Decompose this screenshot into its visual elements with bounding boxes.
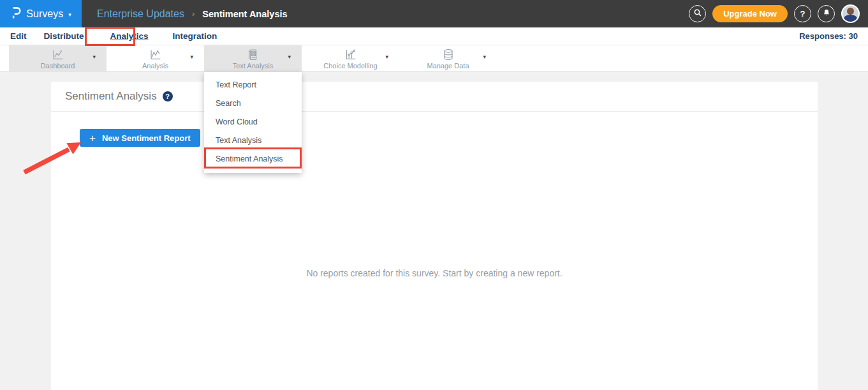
menu-item-text-report[interactable]: Text Report: [204, 75, 302, 94]
search-icon: [693, 8, 702, 19]
avatar-shoulders: [844, 15, 857, 22]
database-icon: [441, 47, 455, 62]
new-sentiment-report-button[interactable]: + New Sentiment Report: [80, 129, 200, 147]
notifications-button[interactable]: [818, 5, 835, 22]
responses-count: Responses: 30: [799, 31, 868, 41]
avatar[interactable]: [841, 4, 860, 23]
chevron-down-icon[interactable]: ▾: [288, 54, 291, 60]
bell-icon: [822, 8, 831, 19]
sentiment-analysis-panel: Sentiment Analysis ? + New Sentiment Rep…: [51, 82, 818, 390]
toolbar-tab-text-analysis[interactable]: ▾ Text Analysis: [204, 45, 302, 72]
text-report-icon: [246, 47, 260, 62]
avatar-head: [847, 8, 854, 15]
chevron-down-icon[interactable]: ▾: [190, 54, 193, 60]
menu-item-sentiment-analysis[interactable]: Sentiment Analysis: [204, 149, 302, 168]
breadcrumb: Enterprise Updates › Sentiment Analysis: [97, 8, 288, 20]
nav-item-edit[interactable]: Edit: [10, 31, 27, 41]
menu-item-word-cloud[interactable]: Word Cloud: [204, 112, 302, 131]
text-analysis-dropdown-menu: Text Report Search Word Cloud Text Analy…: [204, 72, 302, 173]
nav-item-analytics[interactable]: Analytics: [110, 31, 149, 41]
tab-label: Text Analysis: [233, 62, 274, 70]
breadcrumb-page-title: Sentiment Analysis: [202, 9, 287, 19]
toolbar-tab-choice-modelling[interactable]: ▾ Choice Modelling: [302, 45, 399, 72]
toolbar-tab-manage-data[interactable]: ▾ Manage Data: [399, 45, 497, 72]
chevron-down-icon[interactable]: ▾: [483, 54, 486, 60]
trend-chart-icon: [149, 47, 163, 62]
topbar-actions: Upgrade Now ?: [689, 4, 868, 23]
survey-nav: Edit Distribute Analytics Integration Re…: [0, 27, 868, 45]
menu-item-search[interactable]: Search: [204, 94, 302, 112]
tab-label: Dashboard: [41, 62, 75, 70]
product-switcher[interactable]: Surveys ▾: [0, 0, 82, 27]
breadcrumb-separator: ›: [192, 9, 195, 19]
tab-label: Analysis: [142, 62, 168, 70]
line-chart-icon: [51, 47, 65, 62]
help-button[interactable]: ?: [794, 5, 811, 22]
breadcrumb-survey-name[interactable]: Enterprise Updates: [97, 8, 184, 20]
search-button[interactable]: [689, 5, 706, 22]
scatter-chart-icon: [344, 47, 358, 62]
empty-state-message: No reports created for this survey. Star…: [51, 268, 818, 278]
app-logo-icon: [10, 6, 21, 22]
product-label: Surveys: [26, 8, 63, 20]
help-icon[interactable]: ?: [163, 91, 173, 101]
chevron-down-icon: ▾: [68, 11, 71, 18]
toolbar-tab-analysis[interactable]: ▾ Analysis: [107, 45, 204, 72]
chevron-down-icon[interactable]: ▾: [385, 54, 388, 60]
chevron-down-icon[interactable]: ▾: [92, 54, 96, 60]
menu-item-text-analysis[interactable]: Text Analysis: [204, 131, 302, 149]
analytics-toolbar: ▾ Dashboard ▾ Analysis ▾ Text Analysis: [0, 45, 868, 72]
nav-item-integration[interactable]: Integration: [173, 31, 217, 41]
nav-item-distribute[interactable]: Distribute: [44, 31, 84, 41]
panel-header: Sentiment Analysis ?: [51, 82, 818, 112]
question-icon: ?: [800, 9, 805, 19]
plus-icon: +: [89, 133, 96, 144]
top-bar: Surveys ▾ Enterprise Updates › Sentiment…: [0, 0, 868, 27]
page-title: Sentiment Analysis: [65, 90, 157, 103]
new-report-button-label: New Sentiment Report: [102, 133, 191, 143]
tab-label: Choice Modelling: [323, 62, 377, 70]
tab-label: Manage Data: [427, 62, 469, 70]
upgrade-now-button[interactable]: Upgrade Now: [712, 5, 788, 22]
toolbar-tab-dashboard[interactable]: ▾ Dashboard: [9, 45, 107, 72]
